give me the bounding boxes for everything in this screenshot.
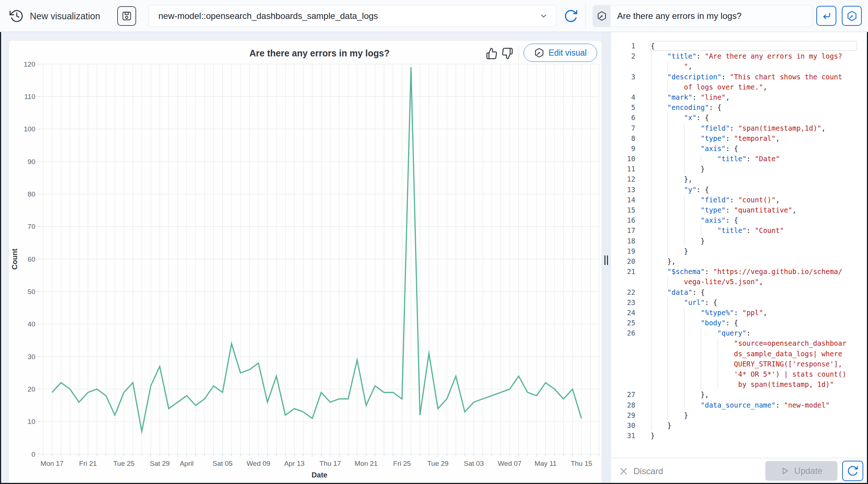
code-line: 25 "body": { xyxy=(611,318,868,328)
svg-text:110: 110 xyxy=(24,93,35,100)
assistant-logo-icon xyxy=(593,5,611,27)
topbar-divider xyxy=(585,3,586,29)
code-line: 11 } xyxy=(611,164,868,174)
line-number: 31 xyxy=(611,431,651,441)
line-number: 23 xyxy=(611,297,651,308)
line-number: 27 xyxy=(611,389,651,400)
model-select[interactable]: new-model::opensearch_dashboards_sample_… xyxy=(149,5,556,27)
line-number xyxy=(611,379,651,389)
svg-text:Thu 17: Thu 17 xyxy=(319,460,341,467)
resize-handle-icon[interactable] xyxy=(604,255,608,265)
code-line: vega-lite/v5.json", xyxy=(611,277,868,287)
svg-text:Count: Count xyxy=(11,249,19,270)
code-line: by span(timestamp, 1d)" xyxy=(611,379,868,389)
svg-text:Wed 07: Wed 07 xyxy=(498,460,521,467)
update-button[interactable]: Update xyxy=(765,461,837,481)
code-line: QUERY_STRING(['response'], xyxy=(611,359,868,369)
line-number: 17 xyxy=(611,225,651,235)
line-number xyxy=(611,61,651,71)
refresh-icon xyxy=(847,465,859,477)
svg-text:Wed 09: Wed 09 xyxy=(246,460,270,467)
submit-question-button[interactable] xyxy=(816,6,836,26)
refresh-query-button[interactable] xyxy=(842,461,863,481)
editor-footer: Discard Update xyxy=(611,458,868,484)
svg-text:Fri 21: Fri 21 xyxy=(79,460,97,467)
line-number: 11 xyxy=(611,164,651,174)
assistant-question-box xyxy=(593,5,813,27)
line-number: 1 xyxy=(611,41,651,51)
code-line: 16 "axis": { xyxy=(611,215,868,225)
line-number xyxy=(611,359,651,369)
code-line: ", xyxy=(611,61,868,71)
top-bar: New visualization new-model::opensearch_… xyxy=(0,0,868,32)
code-line: 13 "y": { xyxy=(611,185,868,195)
line-number: 2 xyxy=(611,51,651,61)
code-line: 7 "field": "span(timestamp,1d)", xyxy=(611,123,868,133)
code-line: 23 "url": { xyxy=(611,297,868,308)
svg-text:Fri 25: Fri 25 xyxy=(393,460,411,467)
code-line: 28 "data_source_name": "new-model" xyxy=(611,400,868,410)
code-line: 6 "x": { xyxy=(611,112,868,123)
panel-resize-gutter[interactable] xyxy=(601,32,611,484)
line-number: 30 xyxy=(611,420,651,431)
svg-text:Sat 05: Sat 05 xyxy=(213,460,233,467)
svg-text:Apr 13: Apr 13 xyxy=(284,460,304,467)
discard-label: Discard xyxy=(634,466,663,476)
code-line: 10 "title": "Date" xyxy=(611,154,868,164)
discard-button[interactable]: Discard xyxy=(619,458,663,484)
svg-text:10: 10 xyxy=(28,418,35,425)
svg-text:90: 90 xyxy=(28,158,35,166)
line-chart: 0102030405060708090100110120Mon 17Fri 21… xyxy=(9,41,601,483)
chevron-down-icon xyxy=(539,12,548,20)
svg-text:Thu 15: Thu 15 xyxy=(571,460,592,467)
chart-panel: Are there any errors in my logs? Edit vi… xyxy=(9,41,601,484)
line-number: 22 xyxy=(611,287,651,297)
save-button[interactable] xyxy=(117,6,136,26)
line-number: 13 xyxy=(611,185,651,195)
svg-text:Tue 25: Tue 25 xyxy=(113,460,134,467)
chart-line xyxy=(52,67,581,432)
svg-text:40: 40 xyxy=(28,320,35,328)
line-number: 29 xyxy=(611,410,651,420)
line-number: 20 xyxy=(611,256,651,266)
close-icon xyxy=(619,467,628,476)
assistant-generate-button[interactable] xyxy=(842,6,862,26)
svg-text:120: 120 xyxy=(24,60,35,68)
line-number xyxy=(611,369,651,379)
line-number: 3 xyxy=(611,72,651,82)
code-line: 5 "encoding": { xyxy=(611,102,868,112)
svg-text:Mon 21: Mon 21 xyxy=(355,460,378,467)
svg-text:0: 0 xyxy=(31,451,35,458)
svg-text:Date: Date xyxy=(312,471,327,479)
code-line: 29 } xyxy=(611,410,868,420)
line-number: 28 xyxy=(611,400,651,410)
assistant-question-input[interactable] xyxy=(611,5,812,27)
line-number xyxy=(611,277,651,287)
code-line: 9 "axis": { xyxy=(611,143,868,154)
code-lines: 1{2 "title": "Are there any errors in my… xyxy=(611,41,868,441)
model-select-value: new-model::opensearch_dashboards_sample_… xyxy=(158,11,539,21)
line-number xyxy=(611,338,651,348)
line-number xyxy=(611,349,651,359)
update-label: Update xyxy=(794,466,822,476)
svg-text:Sat 29: Sat 29 xyxy=(150,460,170,467)
refresh-model-icon[interactable] xyxy=(564,9,578,23)
editor-scrollbar[interactable] xyxy=(865,41,866,449)
code-line: 12 }, xyxy=(611,174,868,184)
line-number: 8 xyxy=(611,133,651,143)
line-number: 15 xyxy=(611,205,651,215)
code-line: 3 "description": "This chart shows the c… xyxy=(611,72,868,82)
code-editor[interactable]: 1{2 "title": "Are there any errors in my… xyxy=(611,32,868,484)
page-title: New visualization xyxy=(30,0,100,32)
code-line: 27 }, xyxy=(611,389,868,400)
code-line: "source=opensearch_dashboar xyxy=(611,338,868,348)
code-line: 30 } xyxy=(611,420,868,431)
svg-text:April: April xyxy=(180,460,194,467)
history-icon[interactable] xyxy=(9,9,24,23)
line-number: 7 xyxy=(611,123,651,133)
code-line: 24 "%type%": "ppl", xyxy=(611,308,868,318)
line-number: 16 xyxy=(611,215,651,225)
code-line: 18 } xyxy=(611,236,868,246)
svg-text:70: 70 xyxy=(28,223,35,230)
line-number: 6 xyxy=(611,112,651,123)
